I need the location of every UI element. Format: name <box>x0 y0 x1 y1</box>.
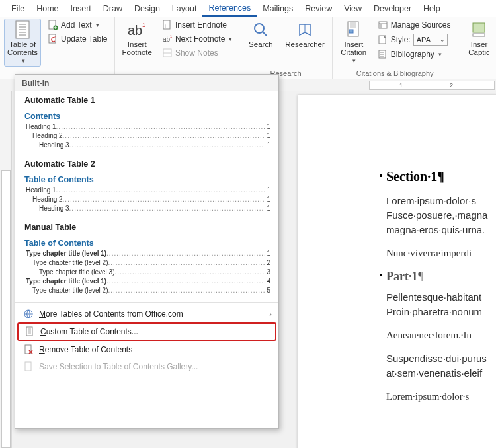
menu-layout[interactable]: Layout <box>166 1 203 16</box>
manage-sources-button[interactable]: Manage Sources <box>375 19 454 32</box>
chevron-down-icon: ⌄ <box>440 36 445 43</box>
menu-file[interactable]: File <box>5 1 30 16</box>
researcher-button[interactable]: Researcher <box>282 19 327 50</box>
svg-text:ab: ab <box>163 36 171 43</box>
ribbon-group-citations: Insert Citation ▾ Manage Sources Style: … <box>333 17 458 79</box>
gallery-title: Automatic Table 1 <box>15 91 278 108</box>
bibliography-icon <box>378 49 388 59</box>
footnote-icon: ab1 <box>128 20 146 39</box>
insert-footnote-button[interactable]: ab1 Insert Footnote <box>119 19 155 58</box>
body-text[interactable]: Suspendisse·dui·purusat·sem·venenatis·el… <box>386 352 496 381</box>
document-page[interactable]: Section·1¶ Lorem·ipsum·dolor·sFusce·posu… <box>298 95 496 448</box>
insert-endnote-button[interactable]: i Insert Endnote <box>159 19 235 32</box>
toc-entry: Type chapter title (level 1)1 <box>26 249 270 258</box>
remove-toc-menuitem[interactable]: Remove Table of Contents <box>15 341 278 358</box>
gallery-auto1[interactable]: Automatic Table 1 Contents Heading 11Hea… <box>15 91 278 154</box>
chevron-down-icon: ▾ <box>96 22 99 28</box>
chevron-right-icon: › <box>269 310 272 318</box>
caption-icon <box>470 20 489 39</box>
ribbon-group-captions: Inser Captic <box>458 17 497 79</box>
researcher-icon <box>296 20 314 39</box>
show-notes-icon <box>162 48 173 58</box>
menu-developer[interactable]: Developer <box>368 1 417 16</box>
heading-section[interactable]: Section·1¶ <box>386 169 496 184</box>
gallery-manual[interactable]: Manual Table Table of Contents Type chap… <box>15 217 278 299</box>
custom-toc-menuitem[interactable]: Custom Table of Contents... <box>17 322 276 341</box>
add-text-button[interactable]: Add Text▾ <box>45 19 110 32</box>
body-text[interactable]: Aenean·nec·lorem.·In <box>386 328 496 342</box>
toc-entry: Type chapter title (level 1)4 <box>26 277 270 286</box>
chevron-down-icon: ▾ <box>352 57 356 64</box>
insert-caption-button[interactable]: Inser Captic <box>462 19 497 58</box>
chevron-down-icon: ▾ <box>22 57 25 64</box>
toc-entry: Heading 21 <box>26 195 270 204</box>
menu-view[interactable]: View <box>338 1 368 16</box>
toc-entry: Heading 21 <box>26 131 270 141</box>
menu-draw[interactable]: Draw <box>97 1 128 16</box>
toc-entry: Type chapter title (level 2)5 <box>26 286 270 295</box>
menu-help[interactable]: Help <box>417 1 446 16</box>
svg-text:i: i <box>165 23 166 29</box>
toc-entry: Heading 31 <box>26 141 270 150</box>
update-table-button[interactable]: Update Table <box>45 32 110 46</box>
svg-point-17 <box>255 24 264 33</box>
svg-rect-31 <box>473 34 485 36</box>
gallery-title: Manual Table <box>15 217 278 235</box>
toc-header: Table of Contents <box>15 235 278 248</box>
save-selection-menuitem: Save Selection to Table of Contents Gall… <box>15 358 278 375</box>
style-selector[interactable]: Style: APA⌄ <box>375 32 454 47</box>
ribbon-group-footnotes: ab1 Insert Footnote i Insert Endnote ab1… <box>115 17 240 79</box>
menu-mailings[interactable]: Mailings <box>257 1 299 16</box>
next-footnote-button[interactable]: ab1 Next Footnote▾ <box>159 32 235 46</box>
caption-label: Inser Captic <box>468 40 490 56</box>
researcher-label: Researcher <box>285 40 324 48</box>
vertical-ruler[interactable] <box>0 91 12 448</box>
body-text[interactable]: Lorem·ipsum·dolor·s <box>386 390 496 404</box>
menu-insert[interactable]: Insert <box>65 1 97 16</box>
paragraph-marker <box>380 174 382 177</box>
remove-icon <box>23 344 34 355</box>
search-button[interactable]: Search <box>243 19 278 50</box>
search-label: Search <box>249 40 272 48</box>
menu-home[interactable]: Home <box>30 1 64 16</box>
toc-header: Contents <box>15 108 278 121</box>
globe-icon <box>23 309 34 319</box>
svg-rect-38 <box>25 362 31 371</box>
svg-text:ab: ab <box>128 23 142 38</box>
toc-dropdown-panel: Built-In Automatic Table 1 Contents Head… <box>15 74 279 429</box>
style-select[interactable]: APA⌄ <box>413 34 448 46</box>
toc-entry: Type chapter title (level 2)2 <box>26 258 270 268</box>
heading-part[interactable]: Part·1¶ <box>386 270 496 283</box>
svg-text:1: 1 <box>142 22 145 28</box>
table-of-contents-button[interactable]: Table of Contents ▾ <box>4 19 41 67</box>
update-icon <box>48 34 58 44</box>
insert-citation-button[interactable]: Insert Citation ▾ <box>337 19 371 67</box>
gallery-auto2[interactable]: Automatic Table 2 Table of Contents Head… <box>15 154 278 217</box>
ribbon-group-toc: Table of Contents ▾ Add Text▾ Update Tab… <box>0 17 115 79</box>
panel-section-builtin: Built-In <box>15 75 278 91</box>
body-text[interactable]: Lorem·ipsum·dolor·sFusce·posuere,·magnam… <box>386 194 496 237</box>
svg-rect-22 <box>379 22 387 28</box>
toc-icon <box>13 20 32 39</box>
group-label-citations: Citations & Bibliography <box>337 69 454 79</box>
doc-icon <box>24 326 35 337</box>
menu-design[interactable]: Design <box>128 1 166 16</box>
bibliography-button[interactable]: Bibliography▾ <box>375 48 454 61</box>
body-text[interactable]: Nunc·viverra·imperdi <box>386 246 496 260</box>
svg-text:1: 1 <box>170 34 173 38</box>
show-notes-button: Show Notes <box>159 46 235 59</box>
menu-references[interactable]: References <box>202 1 257 17</box>
footnote-label: Insert Footnote <box>122 40 152 56</box>
add-text-icon <box>48 20 58 30</box>
citation-icon <box>345 20 363 39</box>
ribbon-group-research: Search Researcher Research <box>239 17 332 79</box>
menu-review[interactable]: Review <box>299 1 338 16</box>
toc-entry: Heading 11 <box>26 122 270 131</box>
gallery-title: Automatic Table 2 <box>15 154 278 171</box>
toc-header: Table of Contents <box>15 171 278 184</box>
more-toc-menuitem[interactable]: More Tables of Contents from Office.com … <box>15 305 278 322</box>
style-icon <box>378 34 388 45</box>
toc-entry: Heading 31 <box>26 204 270 213</box>
endnote-icon: i <box>162 20 173 30</box>
body-text[interactable]: Pellentesque·habitantProin·pharetra·nonu… <box>386 290 496 319</box>
